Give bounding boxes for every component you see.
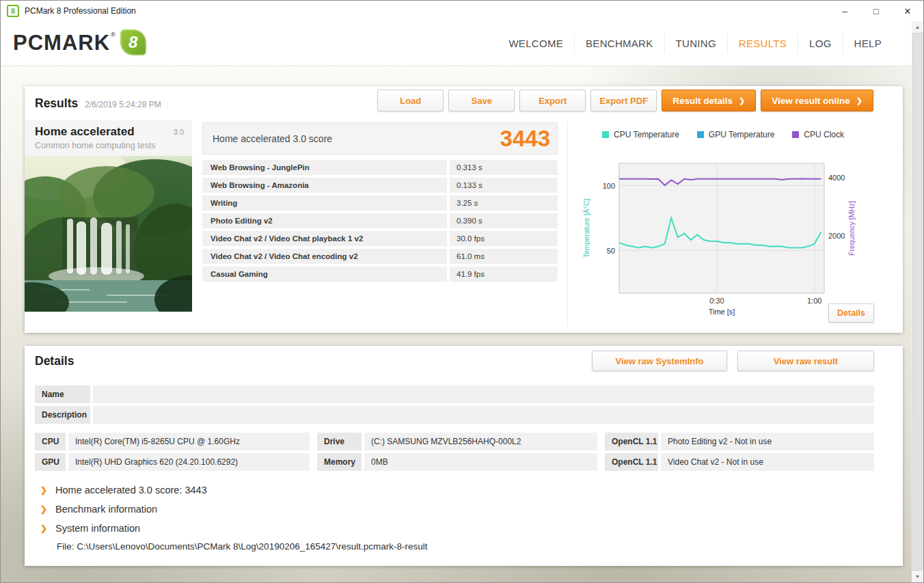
- view-result-online-button[interactable]: View result online ❯: [761, 90, 873, 111]
- scroll-up-icon[interactable]: ▲: [912, 21, 923, 33]
- legend-label: CPU Temperature: [614, 130, 679, 139]
- left-tick-100: 100: [603, 182, 615, 190]
- results-button-bar: Load Save Export Export PDF Result detai…: [377, 90, 873, 111]
- chevron-right-icon: ❯: [40, 524, 47, 533]
- field-value[interactable]: [93, 406, 874, 424]
- details-title: Details: [35, 354, 74, 368]
- export-pdf-button[interactable]: Export PDF: [590, 90, 657, 111]
- result-details-button[interactable]: Result details ❯: [662, 90, 756, 111]
- expander-row-benchmark-information[interactable]: ❯Benchmark information: [35, 500, 874, 519]
- view-raw-systeminfo-button[interactable]: View raw SystemInfo: [592, 351, 727, 371]
- chart-area: 100 50 4000 2000 0:30 1:00 Time [s] Temp…: [578, 158, 865, 329]
- results-header: Results 2/6/2019 5:24:28 PM: [35, 86, 161, 120]
- legend-label: GPU Temperature: [709, 130, 775, 139]
- title-bar: 8 PCMark 8 Professional Edition – □ ✕: [1, 1, 923, 21]
- chevron-right-icon: ❯: [856, 96, 862, 105]
- test-info-band: Home accelerated 3.0 Common home computi…: [25, 120, 192, 156]
- chart-details-button[interactable]: Details: [828, 303, 874, 323]
- score-row: Video Chat v2 / Video Chat playback 1 v2…: [202, 231, 558, 246]
- field-row-name: Name: [35, 385, 874, 403]
- cpu-temperature-swatch-icon: [602, 131, 609, 138]
- chevron-right-icon: ❯: [739, 96, 745, 105]
- field-value[interactable]: [93, 385, 874, 403]
- logo-leaf-icon: 8: [120, 29, 146, 55]
- expander-row-system-information[interactable]: ❯System information: [35, 519, 874, 538]
- window-controls: – □ ✕: [829, 1, 923, 21]
- results-card: Results 2/6/2019 5:24:28 PM Load Save Ex…: [25, 86, 903, 333]
- score-row-value: 0.390 s: [450, 213, 558, 228]
- right-axis-label: Frequency [MHz]: [847, 201, 856, 256]
- score-row-name: Video Chat v2 / Video Chat encoding v2: [202, 249, 447, 264]
- expander-label: Home accelerated 3.0 score: 3443: [55, 485, 207, 496]
- spec-label: Memory: [317, 453, 362, 471]
- score-row-name: Web Browsing - Amazonia: [202, 178, 447, 193]
- score-row-value: 0.133 s: [450, 178, 558, 193]
- close-button[interactable]: ✕: [892, 1, 923, 21]
- nav-item-benchmark[interactable]: BENCHMARK: [574, 33, 664, 53]
- save-button[interactable]: Save: [448, 90, 515, 111]
- spec-columns: CPUIntel(R) Core(TM) i5-8265U CPU @ 1.60…: [35, 433, 874, 471]
- nav-item-log[interactable]: LOG: [798, 33, 843, 53]
- x-tick-100: 1:00: [807, 297, 821, 305]
- x-axis-label: Time [s]: [709, 308, 735, 316]
- score-row: Casual Gaming41.9 fps: [202, 267, 558, 282]
- spec-label: OpenCL 1.1: [605, 433, 658, 450]
- spec-value: Intel(R) Core(TM) i5-8265U CPU @ 1.60GHz: [68, 433, 310, 450]
- main-nav: WELCOMEBENCHMARKTUNINGRESULTSLOGHELP: [498, 21, 893, 66]
- load-button[interactable]: Load: [377, 90, 444, 111]
- logo-wordmark: PCMARK: [13, 29, 110, 57]
- spec-value: Video Chat v2 - Not in use: [661, 453, 874, 471]
- nav-item-tuning[interactable]: TUNING: [664, 33, 727, 53]
- expander-label: Benchmark information: [55, 504, 157, 515]
- app-window: 8 PCMark 8 Professional Edition – □ ✕ PC…: [0, 0, 924, 583]
- results-title: Results: [35, 96, 78, 111]
- results-timestamp: 2/6/2019 5:24:28 PM: [85, 100, 161, 109]
- field-label: Name: [35, 385, 90, 403]
- x-tick-030: 0:30: [709, 297, 724, 305]
- scroll-thumb[interactable]: [912, 33, 923, 571]
- chevron-right-icon: ❯: [40, 504, 47, 514]
- details-fields: NameDescription: [35, 385, 874, 426]
- spec-col-2: Drive(C:) SAMSUNG MZVLB256HAHQ-000L2Memo…: [317, 433, 597, 471]
- score-row-value: 61.0 ms: [450, 249, 558, 264]
- minimize-button[interactable]: –: [829, 1, 860, 21]
- field-row-description: Description: [35, 406, 874, 424]
- spec-label: Drive: [317, 433, 362, 450]
- right-tick-2000: 2000: [828, 232, 845, 240]
- left-axis-label: Temperature [Â°C]: [582, 199, 590, 258]
- spec-value: 0MB: [364, 453, 597, 471]
- spec-value: (C:) SAMSUNG MZVLB256HAHQ-000L2: [364, 433, 597, 450]
- export-button[interactable]: Export: [519, 90, 586, 111]
- expander-row-home-accelerated-3-0-score-344[interactable]: ❯Home accelerated 3.0 score: 3443: [35, 480, 874, 500]
- plot-area: [619, 163, 824, 293]
- legend-label: CPU Clock: [804, 130, 844, 139]
- nav-item-results[interactable]: RESULTS: [727, 33, 798, 53]
- test-description: Common home computing tests: [35, 141, 155, 150]
- chart-legend: CPU TemperatureGPU TemperatureCPU Clock: [602, 130, 844, 139]
- score-row: Photo Editing v20.390 s: [202, 213, 558, 228]
- registered-mark: ®: [111, 31, 116, 38]
- vertical-scrollbar[interactable]: ▲ ▼: [912, 21, 923, 582]
- app-header: PCMARK ® 8 WELCOMEBENCHMARKTUNINGRESULTS…: [1, 21, 912, 66]
- score-row-value: 0.313 s: [450, 160, 558, 175]
- score-row: Video Chat v2 / Video Chat encoding v261…: [202, 249, 558, 264]
- nav-item-help[interactable]: HELP: [843, 33, 893, 53]
- right-tick-4000: 4000: [828, 174, 845, 182]
- spec-label: CPU: [35, 433, 66, 450]
- test-version: 3.0: [174, 128, 184, 136]
- scroll-down-icon[interactable]: ▼: [912, 571, 923, 582]
- monitor-chart: 100 50 4000 2000 0:30 1:00 Time [s] Temp…: [578, 158, 865, 329]
- score-row-value: 41.9 fps: [450, 267, 558, 282]
- result-details-label: Result details: [672, 96, 733, 106]
- score-row-name: Writing: [202, 195, 447, 211]
- nav-item-welcome[interactable]: WELCOME: [498, 33, 574, 53]
- gpu-temperature-swatch-icon: [697, 131, 704, 138]
- app-icon: 8: [7, 5, 19, 17]
- score-row-value: 3.25 s: [450, 195, 558, 211]
- maximize-button[interactable]: □: [860, 1, 892, 21]
- score-row: Web Browsing - JunglePin0.313 s: [202, 160, 558, 175]
- cpu-clock-swatch-icon: [792, 131, 799, 138]
- view-result-online-label: View result online: [772, 96, 850, 106]
- view-raw-result-button[interactable]: View raw result: [737, 351, 874, 371]
- window-title: PCMark 8 Professional Edition: [25, 6, 136, 16]
